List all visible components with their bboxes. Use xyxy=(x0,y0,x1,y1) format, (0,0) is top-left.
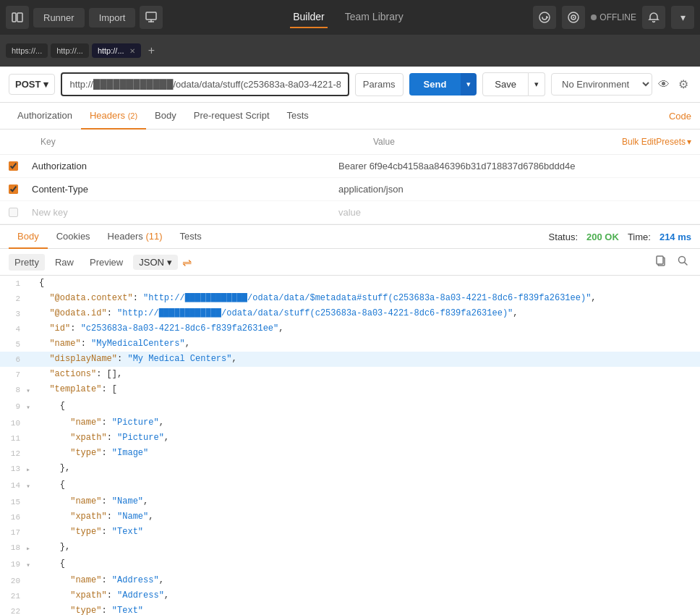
header-checkbox-2[interactable] xyxy=(9,184,18,194)
header-checkbox-new xyxy=(9,208,18,217)
svg-point-8 xyxy=(573,17,574,18)
check-wrap-2 xyxy=(0,184,26,194)
notification-btn[interactable] xyxy=(642,6,665,29)
line-number: 17 xyxy=(0,525,26,540)
url-tab-2[interactable]: http://... xyxy=(51,43,89,58)
response-section: Body Cookies Headers (11) Tests Status: … xyxy=(0,224,700,615)
line-arrow xyxy=(26,415,38,417)
pretty-tab[interactable]: Pretty xyxy=(9,254,45,271)
json-format-select[interactable]: JSON ▾ xyxy=(133,255,178,270)
svg-rect-1 xyxy=(17,13,22,22)
offline-dot xyxy=(591,14,597,20)
url-tab-close[interactable]: ✕ xyxy=(129,47,135,55)
send-button-group: Send ▾ xyxy=(409,73,477,96)
sidebar-toggle-btn[interactable] xyxy=(6,6,29,29)
code-line: 6 "displayName": "My Medical Centers", xyxy=(0,352,700,367)
line-number: 6 xyxy=(0,352,26,367)
radar-btn[interactable] xyxy=(562,6,585,29)
env-select[interactable]: No Environment xyxy=(551,73,652,96)
line-arrow xyxy=(26,367,38,369)
resp-body-tab[interactable]: Body xyxy=(9,225,48,249)
url-tab-1[interactable]: https://... xyxy=(6,43,48,58)
code-link[interactable]: Code xyxy=(669,111,691,122)
new-tab-btn[interactable] xyxy=(140,6,163,29)
line-content: { xyxy=(38,399,700,413)
line-arrow[interactable]: ▾ xyxy=(26,478,38,494)
authorization-tab[interactable]: Authorization xyxy=(9,103,81,130)
line-number: 1 xyxy=(0,276,26,291)
builder-tab[interactable]: Builder xyxy=(290,7,328,28)
code-line: 1{ xyxy=(0,276,700,291)
line-arrow[interactable]: ▾ xyxy=(26,382,38,399)
top-bar: Runner Import Builder Team Library xyxy=(0,0,700,35)
line-content: { xyxy=(38,556,700,571)
send-dropdown[interactable]: ▾ xyxy=(461,73,477,96)
line-content: }, xyxy=(38,540,700,554)
method-select[interactable]: POST ▾ xyxy=(9,74,55,95)
import-btn[interactable]: Import xyxy=(89,8,136,27)
headers-tab[interactable]: Headers (2) xyxy=(81,103,146,130)
status-info: Status: 200 OK Time: 214 ms xyxy=(549,232,691,242)
presets-btn[interactable]: Presets ▾ xyxy=(656,132,691,151)
header-key-2[interactable]: Content-Type xyxy=(26,179,333,199)
code-line: 9▾ { xyxy=(0,399,700,415)
tests-tab[interactable]: Tests xyxy=(278,103,317,130)
resp-tests-tab[interactable]: Tests xyxy=(171,225,210,249)
resp-cookies-tab[interactable]: Cookies xyxy=(48,225,99,249)
new-key-input[interactable]: New key xyxy=(26,203,333,222)
header-checkbox-1[interactable] xyxy=(9,161,18,171)
save-dropdown[interactable]: ▾ xyxy=(529,72,545,96)
env-gear-btn[interactable]: ⚙ xyxy=(675,75,691,94)
top-right: OFFLINE ▾ xyxy=(533,6,694,29)
url-tab-3[interactable]: http://... ✕ xyxy=(92,43,141,58)
line-number: 7 xyxy=(0,367,26,382)
svg-line-12 xyxy=(685,263,688,266)
send-btn[interactable]: Send xyxy=(409,73,461,96)
copy-btn[interactable] xyxy=(652,252,670,272)
runner-btn[interactable]: Runner xyxy=(33,8,85,27)
params-btn[interactable]: Params xyxy=(355,73,404,96)
line-arrow xyxy=(26,352,38,354)
code-line: 7 "actions": [], xyxy=(0,367,700,382)
resp-headers-tab[interactable]: Headers (11) xyxy=(99,225,171,249)
preview-tab[interactable]: Preview xyxy=(84,254,129,271)
line-arrow[interactable]: ▾ xyxy=(26,556,38,573)
line-content: { xyxy=(38,478,700,492)
code-line: 10 "name": "Picture", xyxy=(0,415,700,430)
code-line: 19▾ { xyxy=(0,556,700,573)
code-line: 4 "id": "c253683a-8a03-4221-8dc6-f839fa2… xyxy=(0,321,700,336)
more-btn[interactable]: ▾ xyxy=(671,6,694,29)
time-value: 214 ms xyxy=(660,232,691,242)
header-row-2: Content-Type application/json xyxy=(0,178,700,201)
code-line: 2 "@odata.context": "http://████████████… xyxy=(0,291,700,306)
save-btn[interactable]: Save xyxy=(482,72,529,96)
env-eye-btn[interactable]: 👁 xyxy=(655,75,673,94)
add-tab-btn[interactable]: + xyxy=(144,43,159,59)
code-area: 1{2 "@odata.context": "http://██████████… xyxy=(0,276,700,615)
svg-rect-10 xyxy=(657,256,663,264)
line-arrow[interactable]: ▾ xyxy=(26,399,38,415)
prerequest-tab[interactable]: Pre-request Script xyxy=(185,103,278,130)
code-line: 8▾ "template": [ xyxy=(0,382,700,399)
raw-tab[interactable]: Raw xyxy=(49,254,80,271)
line-arrow[interactable]: ▸ xyxy=(26,461,38,478)
url-input-wrap xyxy=(61,72,349,96)
line-arrow xyxy=(26,446,38,448)
code-line: 11 "xpath": "Picture", xyxy=(0,430,700,446)
sync-btn[interactable] xyxy=(533,6,556,29)
top-nav: Builder Team Library xyxy=(167,7,529,28)
search-btn[interactable] xyxy=(674,252,691,272)
line-arrow xyxy=(26,509,38,512)
env-select-wrap: No Environment 👁 ⚙ xyxy=(551,73,691,96)
line-arrow[interactable]: ▸ xyxy=(26,540,38,556)
request-bar: POST ▾ Params Send ▾ Save ▾ No Environme… xyxy=(0,67,700,103)
header-key-1[interactable]: Authorization xyxy=(26,156,333,176)
line-arrow xyxy=(26,603,38,606)
new-value-input[interactable]: value xyxy=(333,203,700,222)
bulk-edit-btn[interactable]: Bulk Edit xyxy=(622,132,656,151)
code-line: 12 "type": "Image" xyxy=(0,446,700,461)
url-input[interactable] xyxy=(61,72,349,96)
line-number: 10 xyxy=(0,415,26,430)
team-library-tab[interactable]: Team Library xyxy=(342,7,406,28)
body-tab[interactable]: Body xyxy=(146,103,185,130)
